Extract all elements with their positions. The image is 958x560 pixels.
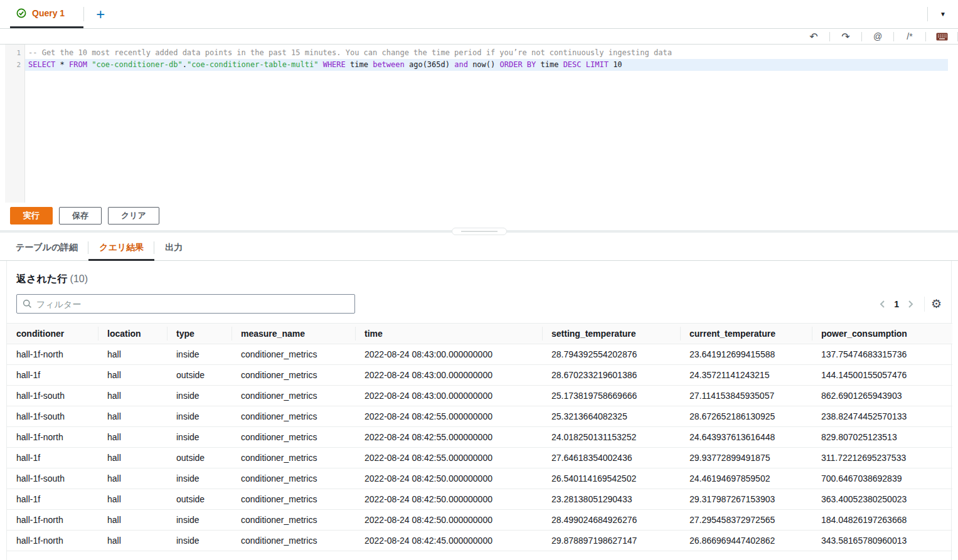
table-cell: hall <box>98 365 167 386</box>
tab-overflow-caret-button[interactable]: ▼ <box>928 0 958 28</box>
table-cell: hall <box>98 448 167 468</box>
table-cell: hall-1f-north <box>7 510 98 531</box>
result-tab-active[interactable]: クエリ結果 <box>88 235 154 260</box>
table-cell: conditioner_metrics <box>232 468 355 489</box>
table-row: hall-1f-northhallinsideconditioner_metri… <box>7 510 952 531</box>
comment-block-icon[interactable]: /* <box>894 31 925 41</box>
splitter-drag-handle[interactable] <box>452 228 507 235</box>
table-cell: hall-1f-south <box>7 386 98 406</box>
table-cell: hall-1f <box>7 489 98 510</box>
table-cell: 28.499024684926276 <box>542 510 680 531</box>
table-cell: hall-1f-north <box>7 427 98 448</box>
column-header: measure_name <box>232 324 355 344</box>
table-cell: outside <box>167 448 232 468</box>
table-row: hall-1fhalloutsideconditioner_metrics202… <box>7 448 952 468</box>
table-cell: outside <box>167 489 232 510</box>
settings-gear-icon[interactable]: ⚙ <box>931 298 942 310</box>
table-row: hall-1f-southhallinsideconditioner_metri… <box>7 386 952 406</box>
pagination: 1 ⚙ <box>875 297 942 312</box>
result-tab-inactive[interactable]: 出力 <box>154 235 193 260</box>
save-button[interactable]: 保存 <box>59 207 102 225</box>
table-cell: 24.018250131153252 <box>542 427 680 448</box>
keyboard-icon[interactable] <box>926 33 957 41</box>
table-cell: 700.6467038692839 <box>812 468 952 489</box>
table-cell: 24.46194697859502 <box>680 468 812 489</box>
column-header: conditioner <box>7 324 98 344</box>
table-cell: hall-1f-south <box>7 468 98 489</box>
table-cell: 343.58165780960013 <box>812 531 952 551</box>
table-row: hall-1f-northhallinsideconditioner_metri… <box>7 344 952 365</box>
line-number: 1 <box>5 47 25 59</box>
table-cell: 24.643937613616448 <box>680 427 812 448</box>
table-cell: hall <box>98 406 167 427</box>
table-cell: 28.672652186130925 <box>680 406 812 427</box>
table-row: hall-1f-northhallinsideconditioner_metri… <box>7 427 952 448</box>
table-cell: 862.6901265943903 <box>812 386 952 406</box>
clear-button[interactable]: クリア <box>108 207 159 225</box>
table-cell: hall <box>98 427 167 448</box>
table-row: hall-1fhalloutsideconditioner_metrics202… <box>7 365 952 386</box>
table-cell: conditioner_metrics <box>232 406 355 427</box>
table-cell: 24.35721141243215 <box>680 365 812 386</box>
table-row: hall-1f-southhallinsideconditioner_metri… <box>7 468 952 489</box>
prev-page-button[interactable] <box>875 297 890 312</box>
line-number: 2 <box>5 59 25 71</box>
table-cell: 2022-08-24 08:42:55.000000000 <box>355 406 542 427</box>
table-cell: outside <box>167 365 232 386</box>
result-tab-inactive[interactable]: テーブルの詳細 <box>5 235 88 260</box>
query-results-panel: 返された行 (10) 1 ⚙ conditionerlocationtypeme… <box>6 261 952 560</box>
table-cell: conditioner_metrics <box>232 531 355 551</box>
table-cell: conditioner_metrics <box>232 344 355 365</box>
table-cell: 311.72212695237533 <box>812 448 952 468</box>
table-cell: 29.317987267153903 <box>680 489 812 510</box>
redo-icon[interactable]: ↷ <box>830 31 861 43</box>
sql-editor[interactable]: 1-- Get the 10 most recently added data … <box>0 45 958 203</box>
editor-toolbar: ↶ ↷ @ /* <box>0 29 958 45</box>
panel-splitter <box>0 228 958 235</box>
table-cell: hall-1f-south <box>7 406 98 427</box>
table-cell: conditioner_metrics <box>232 448 355 468</box>
column-header: time <box>355 324 542 344</box>
check-circle-icon <box>16 8 26 18</box>
table-cell: inside <box>167 406 232 427</box>
table-cell: hall <box>98 468 167 489</box>
column-header: location <box>98 324 167 344</box>
next-page-button[interactable] <box>903 297 918 312</box>
table-cell: inside <box>167 531 232 551</box>
table-cell: 2022-08-24 08:43:00.000000000 <box>355 365 542 386</box>
table-cell: 2022-08-24 08:42:50.000000000 <box>355 468 542 489</box>
code-line[interactable]: 1-- Get the 10 most recently added data … <box>0 47 958 59</box>
table-cell: hall-1f <box>7 448 98 468</box>
table-cell: 184.04826197263668 <box>812 510 952 531</box>
table-cell: hall-1f-north <box>7 531 98 551</box>
run-button[interactable]: 実行 <box>10 207 53 225</box>
table-cell: 23.28138051290433 <box>542 489 680 510</box>
filter-input[interactable] <box>36 299 349 309</box>
table-cell: 23.641912699415588 <box>680 344 812 365</box>
query-actions: 実行 保存 クリア <box>0 203 958 228</box>
tab-query-1[interactable]: Query 1 <box>10 0 83 28</box>
page-number[interactable]: 1 <box>894 299 899 309</box>
code-line[interactable]: 2SELECT * FROM "coe-conditioner-db"."coe… <box>0 59 958 71</box>
filter-input-box[interactable] <box>16 294 355 314</box>
undo-icon[interactable]: ↶ <box>798 31 829 43</box>
table-cell: 2022-08-24 08:42:55.000000000 <box>355 448 542 468</box>
divider <box>924 297 925 312</box>
code-lines: 1-- Get the 10 most recently added data … <box>0 47 958 71</box>
table-cell: inside <box>167 427 232 448</box>
table-cell: 29.878897198627147 <box>542 531 680 551</box>
add-query-tab-button[interactable]: + <box>84 0 117 28</box>
returned-rows-label: 返された行 <box>16 273 67 284</box>
table-cell: 28.794392554202876 <box>542 344 680 365</box>
table-cell: inside <box>167 468 232 489</box>
table-cell: 29.93772899491875 <box>680 448 812 468</box>
code-text: SELECT * FROM "coe-conditioner-db"."coe-… <box>25 59 948 71</box>
table-cell: 27.295458372972565 <box>680 510 812 531</box>
table-cell: 144.14500155057476 <box>812 365 952 386</box>
table-cell: conditioner_metrics <box>232 365 355 386</box>
at-mention-icon[interactable]: @ <box>862 31 893 41</box>
table-body: hall-1f-northhallinsideconditioner_metri… <box>7 344 952 551</box>
tab-label: Query 1 <box>32 8 65 18</box>
table-cell: conditioner_metrics <box>232 427 355 448</box>
search-icon <box>23 299 32 309</box>
